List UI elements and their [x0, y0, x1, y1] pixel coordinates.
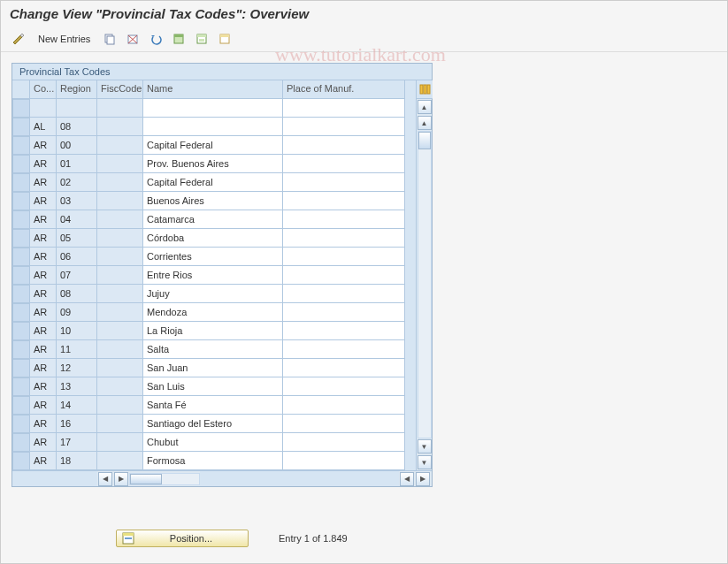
- undo-change-icon[interactable]: [147, 30, 165, 48]
- cell-name[interactable]: Formosa: [143, 452, 283, 470]
- cell-country[interactable]: AR: [30, 173, 57, 192]
- cell-region[interactable]: 16: [57, 415, 97, 433]
- row-selector[interactable]: [12, 303, 30, 322]
- cell-country[interactable]: AR: [30, 266, 57, 285]
- cell-fisccode[interactable]: [97, 452, 143, 470]
- cell-country[interactable]: AR: [30, 229, 57, 248]
- row-selector[interactable]: [12, 415, 30, 433]
- cell-region[interactable]: 04: [57, 210, 97, 229]
- cell-place-of-manuf[interactable]: [283, 173, 405, 192]
- cell-country[interactable]: [30, 99, 57, 118]
- cell-name[interactable]: Catamarca: [143, 210, 283, 229]
- cell-place-of-manuf[interactable]: [283, 248, 405, 266]
- row-selector[interactable]: [12, 155, 30, 173]
- cell-region[interactable]: 12: [57, 359, 97, 377]
- cell-country[interactable]: AR: [30, 136, 57, 155]
- cell-fisccode[interactable]: [97, 155, 143, 173]
- cell-place-of-manuf[interactable]: [283, 210, 405, 229]
- cell-country[interactable]: AR: [30, 359, 57, 377]
- cell-fisccode[interactable]: [97, 266, 143, 285]
- cell-country[interactable]: AR: [30, 322, 57, 340]
- cell-place-of-manuf[interactable]: [283, 433, 405, 452]
- vertical-scrollbar[interactable]: ▲ ▲ ▼ ▼: [416, 80, 432, 470]
- new-entries-button[interactable]: New Entries: [33, 32, 96, 46]
- horizontal-scrollbar[interactable]: ◀ ▶ ◀ ▶: [12, 470, 432, 486]
- cell-name[interactable]: Santa Fé: [143, 396, 283, 415]
- cell-country[interactable]: AR: [30, 340, 57, 359]
- cell-fisccode[interactable]: [97, 136, 143, 155]
- cell-name[interactable]: Santiago del Estero: [143, 415, 283, 433]
- cell-place-of-manuf[interactable]: [283, 377, 405, 396]
- cell-fisccode[interactable]: [97, 173, 143, 192]
- cell-region[interactable]: 01: [57, 155, 97, 173]
- hscroll-left-end-icon[interactable]: ◀: [400, 472, 414, 486]
- col-header-fisccode[interactable]: FiscCode: [97, 80, 143, 99]
- cell-country[interactable]: AR: [30, 285, 57, 303]
- row-selector[interactable]: [12, 359, 30, 377]
- cell-name[interactable]: San Juan: [143, 359, 283, 377]
- col-header-country[interactable]: Co...: [30, 80, 57, 99]
- cell-country[interactable]: AR: [30, 248, 57, 266]
- row-selector[interactable]: [12, 377, 30, 396]
- cell-fisccode[interactable]: [97, 340, 143, 359]
- cell-place-of-manuf[interactable]: [283, 396, 405, 415]
- cell-region[interactable]: 11: [57, 340, 97, 359]
- row-selector[interactable]: [12, 99, 30, 118]
- cell-place-of-manuf[interactable]: [283, 229, 405, 248]
- cell-region[interactable]: 08: [57, 285, 97, 303]
- cell-fisccode[interactable]: [97, 415, 143, 433]
- cell-name[interactable]: Corrientes: [143, 248, 283, 266]
- cell-region[interactable]: 06: [57, 248, 97, 266]
- cell-country[interactable]: AR: [30, 377, 57, 396]
- hscroll-thumb[interactable]: [130, 474, 162, 484]
- cell-name[interactable]: Buenos Aires: [143, 192, 283, 210]
- scroll-up-icon-2[interactable]: ▲: [418, 116, 432, 130]
- cell-region[interactable]: 03: [57, 192, 97, 210]
- cell-name[interactable]: Jujuy: [143, 285, 283, 303]
- cell-country[interactable]: AL: [30, 118, 57, 136]
- cell-name[interactable]: Salta: [143, 340, 283, 359]
- cell-name[interactable]: Entre Rios: [143, 266, 283, 285]
- cell-fisccode[interactable]: [97, 303, 143, 322]
- cell-country[interactable]: AR: [30, 192, 57, 210]
- scroll-up-icon[interactable]: ▲: [418, 100, 432, 114]
- row-selector[interactable]: [12, 173, 30, 192]
- row-selector[interactable]: [12, 285, 30, 303]
- cell-country[interactable]: AR: [30, 452, 57, 470]
- row-selector[interactable]: [12, 248, 30, 266]
- cell-country[interactable]: AR: [30, 155, 57, 173]
- select-block-icon[interactable]: [193, 30, 211, 48]
- row-selector[interactable]: [12, 192, 30, 210]
- cell-country[interactable]: AR: [30, 303, 57, 322]
- cell-place-of-manuf[interactable]: [283, 415, 405, 433]
- copy-as-icon[interactable]: [101, 30, 119, 48]
- cell-region[interactable]: 02: [57, 173, 97, 192]
- cell-region[interactable]: 09: [57, 303, 97, 322]
- col-header-name[interactable]: Name: [143, 80, 283, 99]
- cell-country[interactable]: AR: [30, 210, 57, 229]
- col-selector[interactable]: [12, 80, 30, 99]
- row-selector[interactable]: [12, 210, 30, 229]
- configure-columns-icon[interactable]: [417, 80, 433, 99]
- row-selector[interactable]: [12, 118, 30, 136]
- cell-place-of-manuf[interactable]: [283, 340, 405, 359]
- scroll-down-icon[interactable]: ▼: [418, 439, 432, 453]
- cell-place-of-manuf[interactable]: [283, 359, 405, 377]
- cell-fisccode[interactable]: [97, 248, 143, 266]
- cell-fisccode[interactable]: [97, 99, 143, 118]
- cell-place-of-manuf[interactable]: [283, 266, 405, 285]
- cell-name[interactable]: Córdoba: [143, 229, 283, 248]
- cell-fisccode[interactable]: [97, 433, 143, 452]
- cell-region[interactable]: 07: [57, 266, 97, 285]
- col-header-region[interactable]: Region: [57, 80, 97, 99]
- cell-region[interactable]: 18: [57, 452, 97, 470]
- cell-place-of-manuf[interactable]: [283, 136, 405, 155]
- select-all-icon[interactable]: [170, 30, 188, 48]
- cell-name[interactable]: Chubut: [143, 433, 283, 452]
- cell-place-of-manuf[interactable]: [283, 303, 405, 322]
- scroll-down-icon-2[interactable]: ▼: [418, 455, 432, 469]
- cell-place-of-manuf[interactable]: [283, 452, 405, 470]
- scroll-track[interactable]: [418, 131, 432, 438]
- cell-name[interactable]: San Luis: [143, 377, 283, 396]
- cell-place-of-manuf[interactable]: [283, 285, 405, 303]
